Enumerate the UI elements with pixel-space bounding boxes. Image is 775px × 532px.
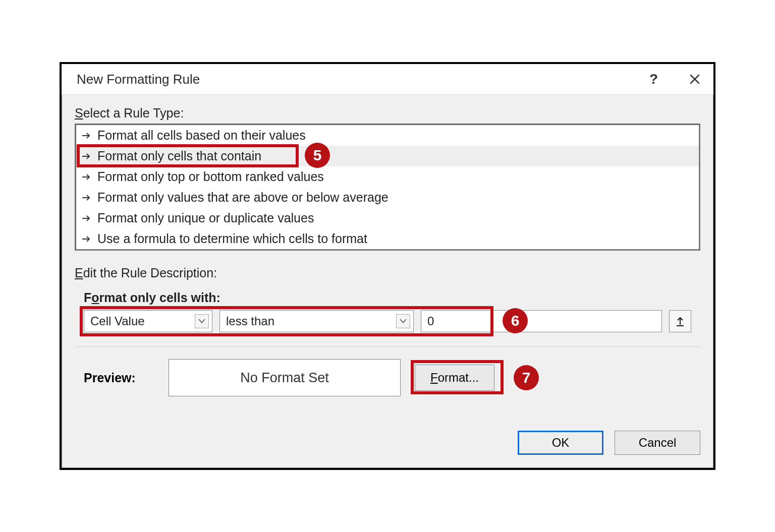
cancel-button[interactable]: Cancel <box>615 431 700 455</box>
bullet-icon <box>81 215 92 222</box>
rule-type-item[interactable]: Use a formula to determine which cells t… <box>76 228 699 249</box>
rule-type-item[interactable]: Format only unique or duplicate values <box>76 208 699 228</box>
chevron-down-icon <box>396 314 410 328</box>
criteria-type-value: Cell Value <box>90 314 145 328</box>
help-icon[interactable]: ? <box>649 71 658 87</box>
comparison-operator-combo[interactable]: less than <box>219 310 414 332</box>
format-button[interactable]: Format... <box>415 365 494 391</box>
rule-type-text: Format only cells that contain <box>97 149 261 163</box>
divider <box>75 346 700 347</box>
rule-description-panel: Format only cells with: Cell Value less … <box>75 283 700 406</box>
rule-type-text: Format only unique or duplicate values <box>97 211 314 225</box>
dialog-body: Select a Rule Type: Format all cells bas… <box>62 95 713 420</box>
preview-label: Preview: <box>84 371 154 385</box>
criteria-row: Cell Value less than <box>84 310 691 332</box>
window-controls: ? <box>649 71 701 87</box>
close-icon[interactable] <box>688 73 701 86</box>
select-rule-type-label: Select a Rule Type: <box>75 106 700 121</box>
preview-box: No Format Set <box>169 359 401 396</box>
rule-type-item[interactable]: Format only top or bottom ranked values <box>76 166 699 187</box>
rule-type-text: Format all cells based on their values <box>97 128 306 143</box>
comparison-operator-value: less than <box>226 314 274 328</box>
comparison-value-input[interactable] <box>421 310 662 332</box>
bullet-icon <box>81 153 92 160</box>
bullet-icon <box>81 194 92 201</box>
format-only-cells-with-label: Format only cells with: <box>84 290 691 305</box>
ok-button[interactable]: OK <box>518 431 603 455</box>
titlebar: New Formatting Rule ? <box>62 64 713 95</box>
rule-type-text: Format only values that are above or bel… <box>97 190 389 205</box>
rule-type-text: Format only top or bottom ranked values <box>97 169 324 184</box>
rule-type-item[interactable]: Format only cells that contain <box>76 146 699 166</box>
preview-row: Preview: No Format Set Format... <box>84 359 691 396</box>
bullet-icon <box>81 173 92 181</box>
range-selector-icon[interactable] <box>669 310 691 332</box>
rule-type-text: Use a formula to determine which cells t… <box>97 231 367 246</box>
rule-type-item[interactable]: Format only values that are above or bel… <box>76 187 699 208</box>
new-formatting-rule-dialog: New Formatting Rule ? Select a Rule Type… <box>60 62 715 470</box>
chevron-down-icon <box>195 314 209 328</box>
rule-type-item[interactable]: Format all cells based on their values <box>76 125 699 146</box>
bullet-icon <box>81 132 92 139</box>
dialog-footer: OK Cancel <box>62 420 713 468</box>
bullet-icon <box>81 235 92 243</box>
criteria-type-combo[interactable]: Cell Value <box>84 310 212 332</box>
dialog-title: New Formatting Rule <box>77 72 200 87</box>
rule-type-list: Format all cells based on their values F… <box>75 124 700 251</box>
edit-rule-description-label: Edit the Rule Description: <box>75 266 700 280</box>
